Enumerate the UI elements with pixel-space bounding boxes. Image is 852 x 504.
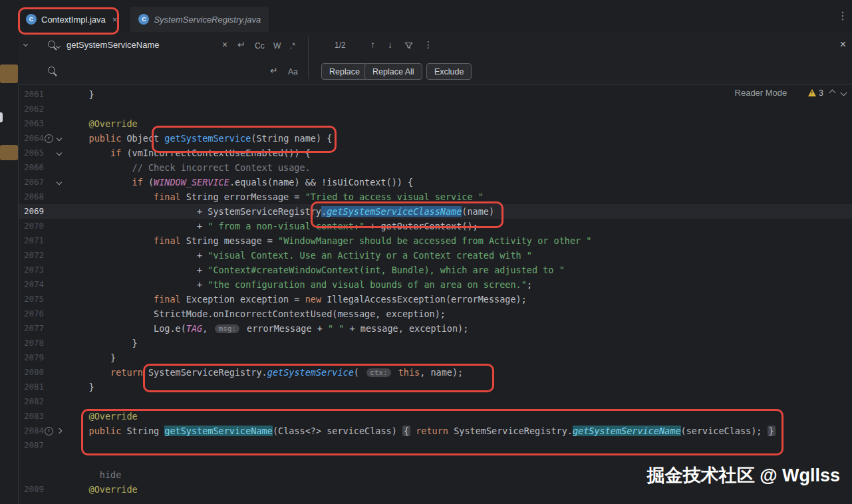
watermark: 掘金技术社区 @ Wgllss <box>647 463 840 487</box>
find-panel-separator <box>308 37 309 79</box>
line-number[interactable]: 2069 <box>18 204 44 219</box>
line-number[interactable]: 2062 <box>18 102 44 116</box>
line-number[interactable]: 2070 <box>18 219 44 233</box>
code-line[interactable]: 2070 + " from a non-visual context:" + g… <box>18 219 852 233</box>
code-line[interactable]: 2075 final Exception exception = new Ill… <box>18 292 852 307</box>
search-history-chevron-icon[interactable] <box>56 44 61 49</box>
inspections-widget[interactable]: ! 3 <box>808 88 823 98</box>
clear-search-icon[interactable]: × <box>222 39 227 50</box>
line-number[interactable]: 2065 <box>18 146 44 160</box>
line-number[interactable]: 2081 <box>18 380 44 394</box>
tab-label: ContextImpl.java <box>41 15 106 25</box>
line-number[interactable]: 2089 <box>18 482 44 497</box>
code-line[interactable]: 2067 if (WINDOW_SERVICE.equals(name) && … <box>18 175 852 189</box>
code-line[interactable]: 2082 <box>18 394 852 409</box>
next-problem-icon[interactable] <box>841 90 847 96</box>
line-number[interactable]: 2061 <box>18 87 44 102</box>
line-number[interactable]: 2080 <box>18 365 44 380</box>
line-number[interactable]: 2068 <box>18 189 44 204</box>
fold-down-icon[interactable] <box>56 136 61 141</box>
line-number[interactable]: 2087 <box>18 438 44 453</box>
code-line[interactable]: 2073 + "Context#createWindowContext(int,… <box>18 263 852 277</box>
code-line[interactable]: 2074 + "the configuration and visual bou… <box>18 277 852 292</box>
code-line[interactable]: 2072 + "visual Context. Use an Activity … <box>18 248 852 263</box>
previous-problem-icon[interactable] <box>829 90 836 96</box>
line-number[interactable]: 2072 <box>18 248 44 263</box>
stripe-marker <box>0 64 18 83</box>
code-line[interactable]: 2063 @Override <box>18 116 852 131</box>
tab-options-kebab-icon[interactable]: ⋮ <box>837 9 848 22</box>
replace-button[interactable]: Replace <box>321 63 368 80</box>
code-line[interactable]: 2080 return SystemServiceRegistry.getSys… <box>18 365 852 380</box>
filter-icon[interactable] <box>404 41 413 53</box>
line-number[interactable]: 2064 <box>18 131 44 146</box>
code-line[interactable]: 2083 @Override <box>18 409 852 424</box>
close-tab-icon[interactable]: × <box>112 15 118 25</box>
line-number[interactable]: 2063 <box>18 116 44 131</box>
newline-icon[interactable]: ↵ <box>237 39 245 50</box>
code-line[interactable]: 2071 final String message = "WindowManag… <box>18 233 852 248</box>
close-find-panel-icon[interactable]: × <box>840 39 846 51</box>
line-number[interactable]: 2073 <box>18 263 44 277</box>
code-line[interactable]: 2066 // Check incorrect Context usage. <box>18 160 852 175</box>
line-number[interactable]: 2079 <box>18 350 44 365</box>
fold-down-icon[interactable] <box>56 180 61 185</box>
line-number[interactable]: 2075 <box>18 292 44 307</box>
java-class-icon: C <box>26 14 37 25</box>
line-number[interactable]: 2083 <box>18 409 44 424</box>
exclude-button[interactable]: Exclude <box>426 63 472 80</box>
regex-icon[interactable]: .* <box>290 41 295 51</box>
editor[interactable]: Reader Mode ! 3 2061 }20622063 @Override… <box>18 84 852 504</box>
previous-match-icon[interactable]: ↑ <box>370 39 375 50</box>
replace-all-button[interactable]: Replace All <box>364 63 422 80</box>
code-line[interactable]: 2064↑ public Object getSystemService(Str… <box>18 131 852 146</box>
code-line[interactable]: 2081 } <box>18 380 852 394</box>
tab-label: SystemServiceRegistry.java <box>154 15 261 25</box>
java-class-icon-letter: C <box>142 16 146 23</box>
line-number[interactable] <box>18 467 44 482</box>
code-line[interactable]: 2077 Log.e(TAG, msg: errorMessage + " " … <box>18 321 852 336</box>
line-number[interactable]: 2078 <box>18 336 44 350</box>
fold-right-icon[interactable] <box>56 428 61 434</box>
tab-systemserviceregistry-java[interactable]: C SystemServiceRegistry.java <box>130 7 269 32</box>
java-class-icon-letter: C <box>29 16 34 23</box>
overrides-method-icon[interactable]: ↑ <box>45 427 53 436</box>
line-number[interactable]: 2077 <box>18 321 44 336</box>
preserve-case-icon[interactable]: Aa <box>288 66 298 77</box>
whole-words-icon[interactable]: W <box>273 41 281 51</box>
overrides-method-icon[interactable]: ↑ <box>45 134 53 143</box>
line-number[interactable]: 2074 <box>18 277 44 292</box>
line-number[interactable]: 2067 <box>18 175 44 189</box>
code-line[interactable]: 2065 if (vmIncorrectContextUseEnabled())… <box>18 146 852 160</box>
reader-mode-toggle[interactable]: Reader Mode <box>735 88 787 98</box>
code-line[interactable]: 2062 <box>18 102 852 116</box>
code-line[interactable]: 2068 final String errorMessage = "Tried … <box>18 189 852 204</box>
search-input[interactable]: getSystemServiceName <box>67 39 159 51</box>
code-line[interactable]: 2076 StrictMode.onIncorrectContextUsed(m… <box>18 307 852 321</box>
stripe-marker <box>0 145 18 160</box>
line-number[interactable]: 2071 <box>18 233 44 248</box>
tab-contextimpl-java[interactable]: C ContextImpl.java × <box>18 7 125 32</box>
line-number[interactable]: 2084 <box>18 424 44 438</box>
left-toolwindow-strip <box>0 0 19 504</box>
fold-down-icon[interactable] <box>56 150 61 156</box>
search-icon[interactable] <box>48 41 55 48</box>
replace-newline-icon[interactable]: ↵ <box>270 65 278 76</box>
code-line[interactable]: 2061 } <box>18 87 852 102</box>
code-line[interactable]: 2078 } <box>18 336 852 350</box>
line-number[interactable]: 2076 <box>18 307 44 321</box>
chevron-down-icon[interactable] <box>23 42 28 47</box>
editor-header-widgets: Reader Mode ! 3 <box>735 88 846 98</box>
more-options-kebab-icon[interactable]: ⋮ <box>424 39 433 50</box>
code-line[interactable]: 2087 <box>18 438 852 453</box>
code-line[interactable]: 2069 + SystemServiceRegistry.getSystemSe… <box>18 204 852 219</box>
next-match-icon[interactable]: ↓ <box>388 39 392 50</box>
line-number[interactable]: 2066 <box>18 160 44 175</box>
find-replace-panel: getSystemServiceName × ↵ Cc W .* 1/2 ↑ ↓… <box>18 32 852 84</box>
match-case-icon[interactable]: Cc <box>255 41 265 51</box>
code-line[interactable]: 2084↑ public String getSystemServiceName… <box>18 424 852 438</box>
line-number[interactable]: 2082 <box>18 394 44 409</box>
code-line[interactable]: 2079 } <box>18 350 852 365</box>
line-number[interactable] <box>18 453 44 467</box>
replace-field-icon[interactable] <box>48 66 55 74</box>
